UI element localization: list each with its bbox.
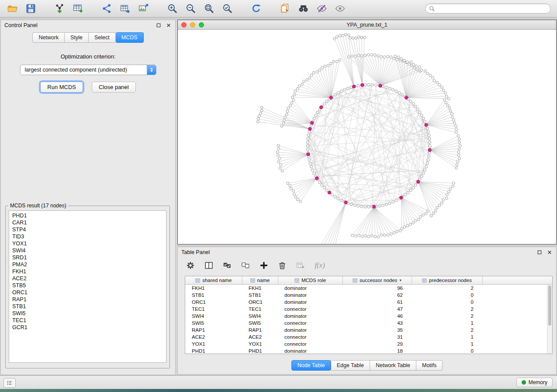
deselect-all-button[interactable] bbox=[239, 259, 252, 272]
network-hub-node[interactable] bbox=[328, 191, 331, 194]
import-table-from-file-button[interactable] bbox=[70, 2, 86, 16]
mcds-result-list[interactable]: PHD1CAR1STP4TID3YOX1SWI4SRD1PMA2FKH1ACE2… bbox=[9, 210, 166, 363]
save-session-button[interactable] bbox=[23, 2, 38, 16]
tab-node-table[interactable]: Node Table bbox=[291, 360, 331, 371]
tab-motifs[interactable]: Motifs bbox=[416, 360, 443, 371]
network-canvas[interactable] bbox=[178, 30, 556, 244]
mcds-result-item[interactable]: FKH1 bbox=[9, 268, 166, 275]
export-table-button[interactable] bbox=[117, 2, 133, 16]
show-all-button[interactable] bbox=[332, 2, 348, 16]
tab-style[interactable]: Style bbox=[65, 32, 89, 43]
zoom-window-button[interactable] bbox=[199, 22, 204, 28]
hide-selection-button[interactable] bbox=[314, 2, 329, 16]
network-hub-node[interactable] bbox=[428, 148, 431, 151]
network-hub-node[interactable] bbox=[405, 96, 408, 99]
network-hub-node[interactable] bbox=[307, 153, 310, 156]
delete-row-button[interactable] bbox=[276, 259, 289, 272]
table-row[interactable]: PHD1PHD1dominator180 bbox=[185, 347, 552, 354]
table-row[interactable]: SWI5SWI5connector431 bbox=[185, 320, 552, 327]
import-network-from-file-button[interactable] bbox=[52, 2, 67, 16]
network-hub-node[interactable] bbox=[344, 201, 347, 204]
float-table-panel-icon[interactable] bbox=[536, 249, 543, 256]
table-row[interactable]: FKH1FKH1dominator962 bbox=[185, 285, 552, 292]
task-history-button[interactable] bbox=[3, 378, 16, 388]
network-hub-node[interactable] bbox=[400, 196, 403, 199]
search-box[interactable] bbox=[425, 3, 551, 14]
mcds-result-item[interactable]: ORC1 bbox=[9, 289, 166, 296]
zoom-in-button[interactable] bbox=[164, 2, 180, 16]
column-header-predecessor-nodes[interactable]: predecessor nodes bbox=[412, 276, 482, 285]
column-header-successor-nodes[interactable]: successor nodes▾ bbox=[343, 276, 412, 285]
network-hub-node[interactable] bbox=[315, 177, 318, 180]
export-image-button[interactable] bbox=[135, 2, 151, 16]
close-window-button[interactable] bbox=[181, 22, 187, 28]
mcds-result-item[interactable]: STP4 bbox=[9, 226, 166, 233]
zoom-fit-button[interactable] bbox=[201, 2, 217, 16]
split-panel-button[interactable] bbox=[202, 259, 215, 272]
search-network-button[interactable] bbox=[295, 2, 311, 16]
network-hub-node[interactable] bbox=[329, 96, 332, 99]
network-hub-node[interactable] bbox=[361, 83, 364, 86]
column-header-MCDS-role[interactable]: MCDS role bbox=[278, 276, 343, 285]
mcds-result-item[interactable]: RAP1 bbox=[9, 296, 166, 303]
tab-network-table[interactable]: Network Table bbox=[370, 360, 416, 371]
table-row[interactable]: RAP1RAP1dominator352 bbox=[185, 327, 552, 334]
tab-mcds[interactable]: MCDS bbox=[116, 32, 144, 43]
tab-edge-table[interactable]: Edge Table bbox=[331, 360, 370, 371]
network-hub-node[interactable] bbox=[311, 121, 314, 124]
export-network-button[interactable] bbox=[99, 2, 114, 16]
table-row[interactable]: ACE2ACE2connector311 bbox=[185, 334, 552, 340]
open-file-button[interactable] bbox=[4, 2, 20, 16]
mcds-result-item[interactable]: SWI4 bbox=[9, 247, 166, 254]
network-hub-node[interactable] bbox=[379, 84, 382, 87]
mcds-result-item[interactable]: TEC1 bbox=[9, 317, 166, 324]
mcds-result-item[interactable]: CAR1 bbox=[9, 219, 166, 226]
memory-button[interactable]: Memory bbox=[516, 378, 553, 387]
mcds-result-item[interactable]: PHD1 bbox=[9, 212, 166, 219]
mcds-result-item[interactable]: PMA2 bbox=[9, 261, 166, 268]
zoom-selected-button[interactable] bbox=[219, 2, 235, 16]
network-hub-node[interactable] bbox=[320, 106, 323, 109]
column-settings-button[interactable] bbox=[184, 259, 197, 272]
mcds-result-item[interactable]: STB1 bbox=[9, 303, 166, 310]
tab-select[interactable]: Select bbox=[89, 32, 116, 43]
add-row-button[interactable] bbox=[257, 259, 270, 272]
network-hub-node[interactable] bbox=[425, 123, 428, 126]
mcds-result-item[interactable]: YOX1 bbox=[9, 240, 166, 247]
column-header-shared-name[interactable]: shared name bbox=[185, 276, 242, 285]
optimization-criterion-select[interactable]: largest connected component (undirected) bbox=[20, 65, 156, 75]
network-window-titlebar[interactable]: YPA_prune.txt_1 bbox=[178, 20, 556, 30]
network-hub-node[interactable] bbox=[308, 127, 311, 131]
mcds-result-item[interactable]: SRD1 bbox=[9, 254, 166, 261]
table-row[interactable]: STB1STB1dominator620 bbox=[185, 292, 552, 299]
scrollbar-thumb[interactable] bbox=[548, 285, 551, 326]
select-all-button[interactable] bbox=[221, 259, 234, 272]
close-table-panel-icon[interactable] bbox=[546, 249, 553, 256]
minimize-window-button[interactable] bbox=[190, 22, 195, 28]
table-row[interactable]: SWI4SWI4dominator462 bbox=[185, 313, 552, 320]
mcds-result-item[interactable]: SWI5 bbox=[9, 310, 166, 317]
search-input[interactable] bbox=[435, 6, 550, 12]
table-row[interactable]: TEC1TEC1connector472 bbox=[185, 306, 552, 313]
edge-chords[interactable] bbox=[308, 85, 430, 207]
close-panel-icon[interactable] bbox=[165, 22, 172, 29]
network-hub-node[interactable] bbox=[417, 180, 420, 183]
mcds-result-item[interactable]: STB5 bbox=[9, 282, 166, 289]
mcds-result-item[interactable]: GCR1 bbox=[9, 324, 166, 331]
mcds-result-item[interactable]: TID3 bbox=[9, 233, 166, 240]
network-hub-node[interactable] bbox=[373, 205, 376, 208]
table-row[interactable]: YOX1YOX1connector291 bbox=[185, 340, 552, 347]
run-mcds-button[interactable]: Run MCDS bbox=[40, 82, 83, 93]
table-row[interactable]: ORC1ORC1dominator610 bbox=[185, 299, 552, 306]
mcds-result-item[interactable]: ACE2 bbox=[9, 275, 166, 282]
refresh-button[interactable] bbox=[248, 2, 264, 16]
function-builder-button[interactable]: f(x) bbox=[312, 259, 325, 272]
network-hub-node[interactable] bbox=[352, 85, 355, 88]
float-panel-icon[interactable] bbox=[155, 22, 162, 29]
close-panel-button[interactable]: Close panel bbox=[92, 82, 136, 93]
zoom-out-button[interactable] bbox=[183, 2, 198, 16]
column-header-name[interactable]: name bbox=[242, 276, 278, 285]
export-document-button[interactable] bbox=[277, 2, 293, 16]
tab-network[interactable]: Network bbox=[32, 32, 65, 43]
table-scrollbar[interactable] bbox=[547, 285, 552, 354]
